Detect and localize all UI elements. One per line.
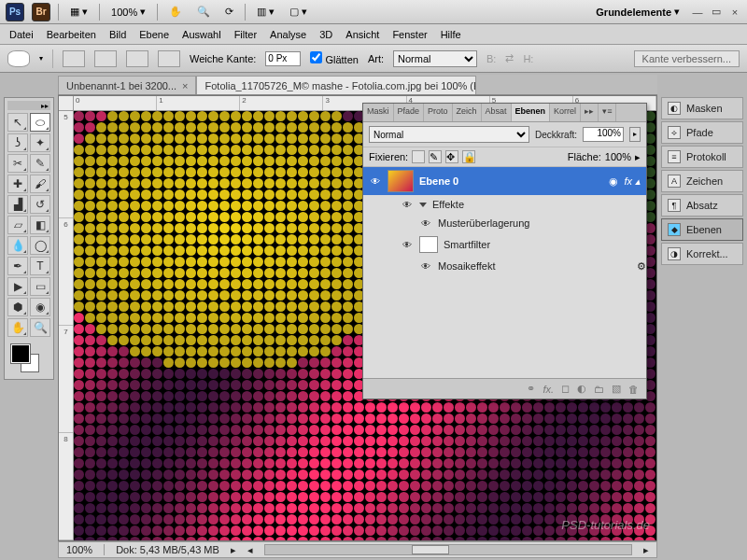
tab-protokoll[interactable]: Proto xyxy=(424,104,453,121)
history-brush-tool[interactable]: ↺ xyxy=(30,195,50,214)
crop-tool[interactable]: ✂ xyxy=(7,154,28,173)
arrange-documents-button[interactable]: ▥ ▾ xyxy=(253,4,278,20)
style-select[interactable]: Normal xyxy=(393,50,477,67)
filter-options-icon[interactable]: ⚙ xyxy=(637,260,646,273)
visibility-toggle-icon[interactable] xyxy=(401,199,414,210)
scrollbar-thumb[interactable] xyxy=(412,545,449,554)
effect-pattern-overlay[interactable]: Musterüberlagerung xyxy=(363,214,646,232)
dodge-tool[interactable]: ◯ xyxy=(30,236,50,255)
layer-group-icon[interactable]: 🗀 xyxy=(594,384,604,395)
ruler-vertical[interactable]: 5678 xyxy=(59,111,74,540)
panel-menu-icon[interactable]: ▾≡ xyxy=(599,104,616,121)
stamp-tool[interactable]: ▟ xyxy=(7,195,28,214)
layer-style-icon[interactable]: fx. xyxy=(543,384,554,395)
tab-korrekturen[interactable]: Korrel xyxy=(550,104,581,121)
intersect-selection-icon[interactable] xyxy=(158,50,180,67)
status-info-flyout-icon[interactable]: ▸ xyxy=(231,544,236,556)
horizontal-scrollbar[interactable] xyxy=(264,544,632,555)
opacity-flyout-icon[interactable]: ▸ xyxy=(629,127,641,142)
tools-collapse-icon[interactable]: ▸▸ xyxy=(7,101,50,110)
panel-more-icon[interactable]: ▸▸ xyxy=(581,104,599,121)
menu-auswahl[interactable]: Auswahl xyxy=(182,29,221,40)
3d-tool[interactable]: ⬢ xyxy=(7,298,28,316)
menu-filter[interactable]: Filter xyxy=(234,29,257,40)
path-select-tool[interactable]: ▶ xyxy=(7,277,28,296)
tab-absatz[interactable]: Absat xyxy=(482,104,512,121)
layer-fx-icon[interactable]: fx ▴ xyxy=(624,175,641,188)
3d-camera-tool[interactable]: ◉ xyxy=(30,298,50,316)
gradient-tool[interactable]: ◧ xyxy=(30,216,50,234)
tab-zeichen[interactable]: Zeich xyxy=(453,104,482,121)
brush-tool[interactable]: 🖌 xyxy=(30,175,50,193)
panel-masken[interactable]: ◐Masken xyxy=(661,97,743,119)
visibility-toggle-icon[interactable] xyxy=(369,175,382,187)
blend-mode-select[interactable]: Normal xyxy=(369,126,529,143)
fill-input[interactable]: 100% xyxy=(605,151,631,162)
panel-ebenen[interactable]: ◆Ebenen xyxy=(661,218,743,241)
new-selection-icon[interactable] xyxy=(63,50,85,67)
view-extras-button[interactable]: ▦ ▾ xyxy=(66,4,92,20)
tab-close-icon[interactable]: × xyxy=(182,80,188,91)
menu-3d[interactable]: 3D xyxy=(319,29,332,40)
effects-group[interactable]: Effekte xyxy=(363,195,646,214)
blur-tool[interactable]: 💧 xyxy=(7,236,28,255)
fill-flyout-icon[interactable]: ▸ xyxy=(635,151,641,163)
lock-transparency-icon[interactable] xyxy=(412,150,425,163)
minimize-icon[interactable]: — xyxy=(691,6,704,19)
add-selection-icon[interactable] xyxy=(94,50,117,67)
panel-korrekturen[interactable]: ◑Korrekt... xyxy=(661,243,743,265)
smartfilter-mask-thumbnail[interactable] xyxy=(419,236,438,253)
eraser-tool[interactable]: ▱ xyxy=(7,216,28,234)
lock-pixels-icon[interactable]: ✎ xyxy=(429,150,442,163)
type-tool[interactable]: T xyxy=(30,257,50,275)
smartfilter-group[interactable]: Smartfilter xyxy=(363,232,646,257)
menu-hilfe[interactable]: Hilfe xyxy=(441,29,461,40)
shape-tool[interactable]: ▭ xyxy=(30,277,50,296)
panel-absatz[interactable]: ¶Absatz xyxy=(661,194,743,217)
foreground-color-swatch[interactable] xyxy=(11,344,30,363)
menu-bearbeiten[interactable]: Bearbeiten xyxy=(47,29,96,40)
lock-all-icon[interactable]: 🔒 xyxy=(462,150,475,163)
pen-tool[interactable]: ✒ xyxy=(7,257,28,275)
quick-select-tool[interactable]: ✦ xyxy=(30,133,50,152)
new-layer-icon[interactable]: ▧ xyxy=(612,383,621,395)
close-icon[interactable]: × xyxy=(728,6,741,19)
disclosure-icon[interactable] xyxy=(419,203,427,207)
panel-protokoll[interactable]: ≡Protokoll xyxy=(661,146,743,168)
visibility-toggle-icon[interactable] xyxy=(401,239,414,250)
zoom-tool[interactable]: 🔍 xyxy=(30,318,50,337)
document-tab-2[interactable]: Fotolia_11705726_M© mashe - Fotolia.com.… xyxy=(196,76,476,94)
adjustment-layer-icon[interactable]: ◐ xyxy=(577,383,586,395)
delete-layer-icon[interactable]: 🗑 xyxy=(628,384,639,395)
visibility-toggle-icon[interactable] xyxy=(419,260,432,272)
opacity-input[interactable]: 100% xyxy=(583,127,624,142)
ruler-origin[interactable] xyxy=(59,96,74,111)
move-tool[interactable]: ↖ xyxy=(7,113,28,132)
menu-ebene[interactable]: Ebene xyxy=(139,29,169,40)
filter-mosaic[interactable]: Mosaikeffekt⚙ xyxy=(363,257,646,275)
marquee-tool[interactable]: ⬭ xyxy=(30,113,50,132)
feather-input[interactable] xyxy=(265,51,301,66)
healing-tool[interactable]: ✚ xyxy=(7,175,28,193)
layer-ebene-0[interactable]: Ebene 0 ◉ fx ▴ xyxy=(363,167,646,195)
status-zoom[interactable]: 100% xyxy=(66,544,92,555)
visibility-toggle-icon[interactable] xyxy=(419,217,432,229)
menu-fenster[interactable]: Fenster xyxy=(392,29,427,40)
panel-pfade[interactable]: ⟡Pfade xyxy=(661,121,743,144)
maximize-icon[interactable]: ▭ xyxy=(710,6,723,19)
menu-datei[interactable]: Datei xyxy=(9,29,34,40)
subtract-selection-icon[interactable] xyxy=(126,50,148,67)
menu-bild[interactable]: Bild xyxy=(109,29,126,40)
rotate-view-button[interactable]: ⟳ xyxy=(221,4,237,20)
menu-analyse[interactable]: Analyse xyxy=(270,29,306,40)
workspace-switcher[interactable]: Grundelemente ▾ xyxy=(592,4,684,20)
refine-edge-button[interactable]: Kante verbessern... xyxy=(634,50,740,67)
lasso-tool[interactable]: ʖ xyxy=(7,133,28,152)
screen-mode-button[interactable]: ▢ ▾ xyxy=(286,4,311,20)
zoom-level-dropdown[interactable]: 100% ▾ xyxy=(107,4,149,20)
scroll-right-icon[interactable]: ▸ xyxy=(643,544,649,556)
zoom-tool-button[interactable]: 🔍 xyxy=(193,4,214,20)
menu-ansicht[interactable]: Ansicht xyxy=(345,29,379,40)
eyedropper-tool[interactable]: ✎ xyxy=(30,154,50,173)
layer-thumbnail[interactable] xyxy=(388,170,414,192)
